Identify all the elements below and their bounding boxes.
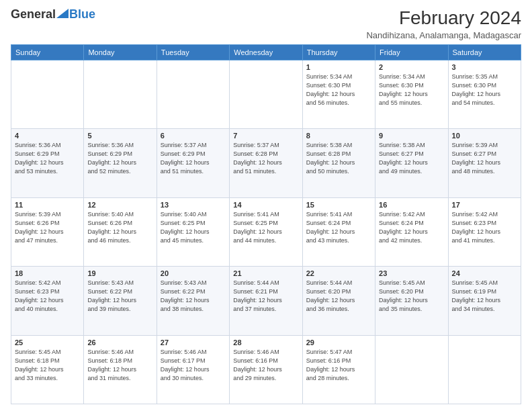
col-saturday: Saturday (448, 44, 521, 60)
table-row (157, 60, 229, 128)
day-detail: Sunrise: 5:41 AM Sunset: 6:25 PM Dayligh… (233, 210, 298, 245)
day-detail: Sunrise: 5:44 AM Sunset: 6:21 PM Dayligh… (233, 279, 298, 314)
day-detail: Sunrise: 5:45 AM Sunset: 6:19 PM Dayligh… (452, 279, 517, 314)
col-friday: Friday (375, 44, 448, 60)
logo-text: General Blue (11, 8, 95, 20)
day-detail: Sunrise: 5:34 AM Sunset: 6:30 PM Dayligh… (379, 73, 444, 107)
day-number: 5 (87, 132, 152, 140)
day-detail: Sunrise: 5:40 AM Sunset: 6:26 PM Dayligh… (87, 210, 152, 245)
day-number: 17 (452, 201, 517, 209)
day-detail: Sunrise: 5:46 AM Sunset: 6:16 PM Dayligh… (233, 348, 298, 383)
calendar-week-4: 18Sunrise: 5:42 AM Sunset: 6:23 PM Dayli… (11, 267, 521, 335)
day-detail: Sunrise: 5:45 AM Sunset: 6:20 PM Dayligh… (379, 279, 444, 314)
day-number: 18 (15, 269, 80, 277)
table-row: 19Sunrise: 5:43 AM Sunset: 6:22 PM Dayli… (84, 267, 157, 335)
day-number: 20 (161, 269, 226, 277)
table-row: 22Sunrise: 5:44 AM Sunset: 6:20 PM Dayli… (302, 267, 375, 335)
day-detail: Sunrise: 5:39 AM Sunset: 6:27 PM Dayligh… (452, 141, 517, 176)
table-row: 24Sunrise: 5:45 AM Sunset: 6:19 PM Dayli… (448, 267, 521, 335)
table-row (448, 335, 521, 404)
col-sunday: Sunday (11, 44, 84, 60)
calendar-week-2: 4Sunrise: 5:36 AM Sunset: 6:29 PM Daylig… (11, 129, 521, 197)
table-row: 27Sunrise: 5:46 AM Sunset: 6:17 PM Dayli… (157, 335, 229, 404)
calendar-title: February 2024 (366, 8, 521, 29)
day-number: 25 (15, 338, 80, 347)
day-number: 28 (233, 338, 298, 347)
day-number: 8 (306, 132, 371, 140)
day-number: 15 (306, 201, 371, 209)
table-row: 29Sunrise: 5:47 AM Sunset: 6:16 PM Dayli… (302, 335, 375, 404)
table-row: 10Sunrise: 5:39 AM Sunset: 6:27 PM Dayli… (448, 129, 521, 197)
table-row: 25Sunrise: 5:45 AM Sunset: 6:18 PM Dayli… (11, 335, 84, 404)
logo: General Blue (11, 8, 95, 20)
table-row (230, 60, 302, 128)
table-row: 15Sunrise: 5:41 AM Sunset: 6:24 PM Dayli… (302, 197, 375, 266)
day-detail: Sunrise: 5:43 AM Sunset: 6:22 PM Dayligh… (161, 279, 226, 314)
day-number: 14 (233, 201, 298, 209)
table-row: 16Sunrise: 5:42 AM Sunset: 6:24 PM Dayli… (375, 197, 448, 266)
day-detail: Sunrise: 5:42 AM Sunset: 6:24 PM Dayligh… (379, 210, 444, 245)
table-row: 8Sunrise: 5:38 AM Sunset: 6:28 PM Daylig… (302, 129, 375, 197)
day-detail: Sunrise: 5:36 AM Sunset: 6:29 PM Dayligh… (87, 141, 152, 176)
day-detail: Sunrise: 5:38 AM Sunset: 6:27 PM Dayligh… (379, 141, 444, 176)
logo-general: General (11, 8, 56, 20)
day-detail: Sunrise: 5:38 AM Sunset: 6:28 PM Dayligh… (306, 141, 371, 176)
calendar-header: Sunday Monday Tuesday Wednesday Thursday… (11, 44, 521, 60)
day-detail: Sunrise: 5:39 AM Sunset: 6:26 PM Dayligh… (15, 210, 80, 245)
day-number: 24 (452, 269, 517, 277)
day-detail: Sunrise: 5:40 AM Sunset: 6:25 PM Dayligh… (161, 210, 226, 245)
table-row (375, 335, 448, 404)
table-row: 18Sunrise: 5:42 AM Sunset: 6:23 PM Dayli… (11, 267, 84, 335)
day-number: 1 (306, 63, 371, 71)
svg-marker-0 (56, 9, 69, 18)
day-number: 23 (379, 269, 444, 277)
day-detail: Sunrise: 5:42 AM Sunset: 6:23 PM Dayligh… (452, 210, 517, 245)
calendar-subtitle: Nandihizana, Analamanga, Madagascar (366, 30, 521, 40)
day-number: 19 (87, 269, 152, 277)
day-detail: Sunrise: 5:43 AM Sunset: 6:22 PM Dayligh… (87, 279, 152, 314)
table-row (11, 60, 84, 128)
table-row: 4Sunrise: 5:36 AM Sunset: 6:29 PM Daylig… (11, 129, 84, 197)
day-number: 22 (306, 269, 371, 277)
col-tuesday: Tuesday (157, 44, 229, 60)
table-row: 17Sunrise: 5:42 AM Sunset: 6:23 PM Dayli… (448, 197, 521, 266)
calendar-week-5: 25Sunrise: 5:45 AM Sunset: 6:18 PM Dayli… (11, 335, 521, 404)
day-number: 10 (452, 132, 517, 140)
day-number: 21 (233, 269, 298, 277)
day-number: 27 (161, 338, 226, 347)
calendar-week-1: 1Sunrise: 5:34 AM Sunset: 6:30 PM Daylig… (11, 60, 521, 128)
day-detail: Sunrise: 5:46 AM Sunset: 6:17 PM Dayligh… (161, 348, 226, 383)
day-detail: Sunrise: 5:36 AM Sunset: 6:29 PM Dayligh… (15, 141, 80, 176)
day-detail: Sunrise: 5:37 AM Sunset: 6:29 PM Dayligh… (161, 141, 226, 176)
day-detail: Sunrise: 5:45 AM Sunset: 6:18 PM Dayligh… (15, 348, 80, 383)
day-number: 7 (233, 132, 298, 140)
day-number: 6 (161, 132, 226, 140)
table-row: 28Sunrise: 5:46 AM Sunset: 6:16 PM Dayli… (230, 335, 302, 404)
logo-icon (56, 9, 69, 18)
table-row: 9Sunrise: 5:38 AM Sunset: 6:27 PM Daylig… (375, 129, 448, 197)
table-row: 2Sunrise: 5:34 AM Sunset: 6:30 PM Daylig… (375, 60, 448, 128)
table-row: 3Sunrise: 5:35 AM Sunset: 6:30 PM Daylig… (448, 60, 521, 128)
header-row: Sunday Monday Tuesday Wednesday Thursday… (11, 44, 521, 60)
day-number: 3 (452, 63, 517, 71)
table-row (84, 60, 157, 128)
header: General Blue February 2024 Nandihizana, … (11, 8, 521, 40)
col-monday: Monday (84, 44, 157, 60)
day-detail: Sunrise: 5:35 AM Sunset: 6:30 PM Dayligh… (452, 73, 517, 107)
table-row: 13Sunrise: 5:40 AM Sunset: 6:25 PM Dayli… (157, 197, 229, 266)
table-row: 11Sunrise: 5:39 AM Sunset: 6:26 PM Dayli… (11, 197, 84, 266)
day-detail: Sunrise: 5:34 AM Sunset: 6:30 PM Dayligh… (306, 73, 371, 107)
calendar-table: Sunday Monday Tuesday Wednesday Thursday… (11, 44, 521, 404)
day-number: 26 (87, 338, 152, 347)
day-detail: Sunrise: 5:44 AM Sunset: 6:20 PM Dayligh… (306, 279, 371, 314)
day-number: 11 (15, 201, 80, 209)
day-detail: Sunrise: 5:42 AM Sunset: 6:23 PM Dayligh… (15, 279, 80, 314)
table-row: 1Sunrise: 5:34 AM Sunset: 6:30 PM Daylig… (302, 60, 375, 128)
day-number: 2 (379, 63, 444, 71)
calendar-page: General Blue February 2024 Nandihizana, … (0, 0, 532, 411)
day-number: 12 (87, 201, 152, 209)
calendar-body: 1Sunrise: 5:34 AM Sunset: 6:30 PM Daylig… (11, 60, 521, 404)
table-row: 12Sunrise: 5:40 AM Sunset: 6:26 PM Dayli… (84, 197, 157, 266)
day-detail: Sunrise: 5:41 AM Sunset: 6:24 PM Dayligh… (306, 210, 371, 245)
day-number: 13 (161, 201, 226, 209)
